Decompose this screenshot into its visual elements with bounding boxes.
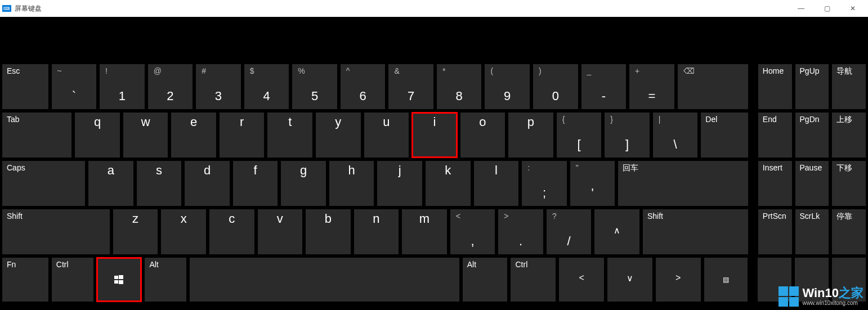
key-arrow-up[interactable]: ∧: [594, 209, 639, 254]
key-windows[interactable]: [97, 258, 142, 302]
key-7[interactable]: &7: [388, 64, 433, 109]
keyboard-area: Esc ~` !1 @2 #3 $4 %5 ^6: [0, 17, 868, 310]
key-pgup[interactable]: PgUp: [795, 64, 829, 109]
windows-logo-icon: [114, 275, 123, 284]
key-c[interactable]: c: [209, 209, 254, 254]
key-j[interactable]: j: [377, 161, 422, 206]
row-5: Fn Ctrl Alt Alt Ctrl < ∨ > ▤: [2, 258, 866, 302]
svg-rect-3: [119, 280, 123, 284]
chevron-right-icon: >: [675, 260, 681, 299]
key-slash[interactable]: ?/: [547, 209, 592, 254]
watermark: Win10之家 www.win10xitong.com: [778, 286, 863, 307]
key-backtick[interactable]: ~`: [52, 64, 97, 109]
chevron-down-icon: ∨: [627, 260, 633, 299]
key-a[interactable]: a: [88, 161, 133, 206]
key-x[interactable]: x: [161, 209, 206, 254]
key-9[interactable]: (9: [485, 64, 530, 109]
key-semicolon[interactable]: :;: [522, 161, 567, 206]
key-pgdn[interactable]: PgDn: [795, 113, 829, 158]
key-period[interactable]: >.: [498, 209, 543, 254]
key-shift-left[interactable]: Shift: [2, 209, 110, 254]
chevron-left-icon: <: [579, 260, 584, 299]
key-space[interactable]: [190, 258, 459, 302]
key-v[interactable]: v: [258, 209, 303, 254]
key-b[interactable]: b: [306, 209, 351, 254]
key-o[interactable]: o: [460, 113, 505, 158]
key-equals[interactable]: +=: [629, 64, 674, 109]
key-arrow-down[interactable]: ∨: [607, 258, 652, 302]
row-2: Tab q w e r t y u i o p {[ }] |\ Del End…: [2, 113, 866, 158]
svg-rect-1: [119, 275, 123, 279]
key-8[interactable]: *8: [437, 64, 482, 109]
key-q[interactable]: q: [75, 113, 120, 158]
key-h[interactable]: h: [329, 161, 374, 206]
key-dock[interactable]: 停靠: [832, 209, 866, 254]
key-minus[interactable]: _-: [581, 64, 627, 109]
key-4[interactable]: $4: [244, 64, 289, 109]
key-arrow-left[interactable]: <: [559, 258, 604, 302]
key-k[interactable]: k: [426, 161, 471, 206]
key-context-menu[interactable]: ▤: [704, 258, 748, 302]
key-prtscn[interactable]: PrtScn: [758, 209, 792, 254]
key-fn[interactable]: Fn: [2, 258, 48, 302]
keyboard-app-icon: [2, 5, 11, 12]
key-p[interactable]: p: [508, 113, 553, 158]
key-s[interactable]: s: [137, 161, 182, 206]
key-lbracket[interactable]: {[: [557, 113, 602, 158]
key-comma[interactable]: <,: [450, 209, 495, 254]
key-home[interactable]: Home: [758, 64, 792, 109]
key-end[interactable]: End: [758, 113, 792, 158]
key-esc[interactable]: Esc: [2, 64, 48, 109]
svg-rect-2: [114, 280, 118, 284]
key-w[interactable]: w: [123, 113, 168, 158]
key-i[interactable]: i: [412, 113, 457, 158]
key-3[interactable]: #3: [196, 64, 241, 109]
key-e[interactable]: e: [171, 113, 216, 158]
key-nav[interactable]: 导航: [832, 64, 866, 109]
key-shift-right[interactable]: Shift: [643, 209, 748, 254]
key-0[interactable]: )0: [533, 64, 578, 109]
key-insert[interactable]: Insert: [758, 161, 792, 206]
close-button[interactable]: ✕: [840, 0, 866, 17]
key-caps[interactable]: Caps: [2, 161, 85, 206]
key-alt-right[interactable]: Alt: [463, 258, 508, 302]
key-ctrl-right[interactable]: Ctrl: [511, 258, 556, 302]
key-n[interactable]: n: [354, 209, 399, 254]
key-d[interactable]: d: [185, 161, 230, 206]
key-tab[interactable]: Tab: [2, 113, 71, 158]
key-scrlk[interactable]: ScrLk: [795, 209, 829, 254]
key-move-up[interactable]: 上移: [832, 113, 866, 158]
key-backslash[interactable]: |\: [653, 113, 698, 158]
row-3: Caps a s d f g h j k l :; "' 回车 Insert P…: [2, 161, 866, 206]
menu-icon: ▤: [723, 276, 729, 284]
key-g[interactable]: g: [281, 161, 326, 206]
minimize-button[interactable]: —: [788, 0, 814, 17]
key-ctrl-left[interactable]: Ctrl: [52, 258, 93, 302]
key-2[interactable]: @2: [148, 64, 193, 109]
key-1[interactable]: !1: [100, 64, 145, 109]
key-6[interactable]: ^6: [341, 64, 386, 109]
key-m[interactable]: m: [402, 209, 447, 254]
chevron-up-icon: ∧: [614, 212, 620, 252]
key-backspace[interactable]: ⌫: [678, 64, 748, 109]
key-rbracket[interactable]: }]: [605, 113, 650, 158]
key-r[interactable]: r: [220, 113, 265, 158]
key-y[interactable]: y: [316, 113, 361, 158]
key-z[interactable]: z: [113, 209, 158, 254]
window-title: 屏幕键盘: [15, 4, 42, 14]
maximize-button[interactable]: ▢: [814, 0, 840, 17]
key-arrow-right[interactable]: >: [656, 258, 701, 302]
key-quote[interactable]: "': [570, 161, 615, 206]
row-1: Esc ~` !1 @2 #3 $4 %5 ^6: [2, 64, 866, 109]
key-5[interactable]: %5: [292, 64, 337, 109]
key-alt-left[interactable]: Alt: [145, 258, 186, 302]
key-del[interactable]: Del: [701, 113, 748, 158]
svg-rect-0: [114, 276, 118, 279]
key-move-down[interactable]: 下移: [832, 161, 866, 206]
key-t[interactable]: t: [267, 113, 312, 158]
key-f[interactable]: f: [233, 161, 278, 206]
key-pause[interactable]: Pause: [795, 161, 829, 206]
key-enter[interactable]: 回车: [618, 161, 748, 206]
key-u[interactable]: u: [364, 113, 409, 158]
key-l[interactable]: l: [474, 161, 519, 206]
